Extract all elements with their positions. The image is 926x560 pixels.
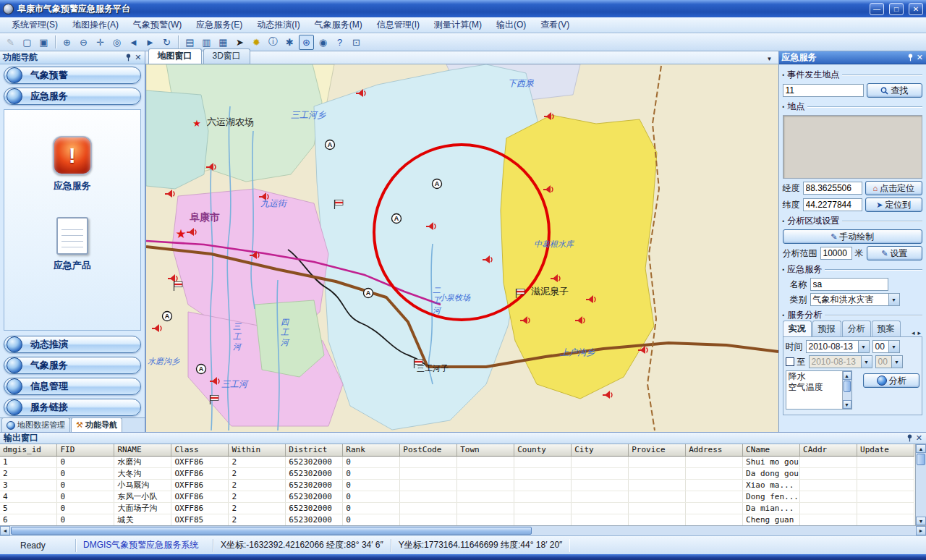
table-row[interactable]: 30小马厩沟OXFF8626523020000Xiao ma... [0,479,914,491]
emergency-service-item[interactable]: ! 应急服务 [53,136,92,192]
menu-item-2[interactable]: 地图操作(A) [65,17,126,33]
nav-weather-service[interactable]: 气象服务 [4,357,141,374]
scroll-left-icon[interactable]: ◄ [0,526,10,535]
pin-icon[interactable] [125,54,132,61]
tab-function-nav[interactable]: ⚒ 功能导航 [71,417,122,432]
network-globe-icon[interactable]: ⊛ [299,35,314,50]
tab-3d-window[interactable]: 3D窗口 [203,48,250,64]
help-icon[interactable]: ? [332,35,347,50]
service-name-input[interactable] [810,278,888,291]
column-header-class[interactable]: Class [171,444,229,456]
scrollbar-thumb[interactable] [11,527,532,535]
pin-icon[interactable] [907,54,914,61]
tab-scroll-left-icon[interactable]: ◂ [910,329,917,336]
table-row[interactable]: 60城关OXFF8526523020000Cheng guan [0,514,914,525]
search-input[interactable] [783,84,864,97]
scroll-up-icon[interactable]: ▲ [843,371,851,380]
scroll-right-icon[interactable]: ► [916,526,926,535]
scrollbar-thumb[interactable] [917,454,925,465]
close-icon[interactable]: ✕ [135,53,141,62]
set-range-button[interactable]: ✎ 设置 [867,246,923,260]
column-header-postcode[interactable]: PostCode [400,444,457,456]
scroll-down-icon[interactable]: ▼ [843,400,851,409]
analysis-range-input[interactable] [820,247,852,260]
print-map-icon[interactable]: ▦ [216,35,231,50]
analysis-element-list[interactable]: 降水空气温度 ▲ ▼ [786,370,852,410]
maximize-button[interactable]: □ [889,3,904,15]
zoom-in-icon[interactable]: ⊕ [59,35,75,50]
service-type-select[interactable]: 气象和洪水灾害 ▼ [810,293,900,306]
zoom-back-icon[interactable]: ◄ [126,35,141,50]
output-horizontal-scrollbar[interactable]: ◄ ► [0,525,926,535]
latitude-input[interactable] [803,198,862,211]
tab-scroll-right-icon[interactable]: ▸ [916,329,922,336]
nav-dynamic-deduction[interactable]: 动态推演 [4,336,141,353]
zoom-out-icon[interactable]: ⊖ [76,35,91,50]
column-header-city[interactable]: City [572,444,629,456]
visibility-eye-icon[interactable]: ◉ [315,35,331,50]
export-image-icon[interactable]: ⊡ [349,35,364,50]
zoom-forward-icon[interactable]: ► [143,35,158,50]
to-checkbox[interactable] [786,357,794,366]
menu-item-6[interactable]: 气象服务(M) [307,17,370,33]
column-header-address[interactable]: Address [686,444,743,456]
clear-selection-icon[interactable]: ▣ [36,35,51,50]
list-scrollbar[interactable]: ▲ ▼ [842,371,851,409]
column-header-district[interactable]: District [286,444,343,456]
tab-map-window[interactable]: 地图窗口 [148,48,202,64]
column-header-dmgis_id[interactable]: dmgis_id [0,444,57,456]
column-header-within[interactable]: Within [229,444,286,456]
table-row[interactable]: 10水磨沟OXFF8626523020000Shui mo gou [0,456,914,467]
tab-analysis[interactable]: 分析 [842,321,871,336]
tab-live[interactable]: 实况 [783,321,812,336]
time2-select[interactable]: 2010-08-13 ▼ [809,355,872,368]
close-icon[interactable]: ✕ [917,53,923,62]
table-row[interactable]: 40东风一小队OXFF8626523020000Dong fen... [0,491,914,502]
flash-locate-icon[interactable]: ✹ [249,35,264,50]
column-header-caddr[interactable]: CAddr [800,444,857,456]
menu-item-3[interactable]: 气象预警(W) [126,17,189,33]
emergency-product-item[interactable]: 应急产品 [54,217,91,272]
menu-item-4[interactable]: 应急服务(E) [189,17,250,33]
column-header-county[interactable]: County [514,444,572,456]
column-header-rname[interactable]: RNAME [114,444,171,456]
column-header-cname[interactable]: CName [743,444,800,456]
scroll-up-icon[interactable]: ▲ [916,444,926,453]
column-header-rank[interactable]: Rank [343,444,400,456]
tab-plan[interactable]: 预案 [872,321,901,336]
tab-forecast[interactable]: 预报 [812,321,841,336]
column-header-update[interactable]: Update [857,444,914,456]
nav-emergency-service[interactable]: 应急服务 [4,88,141,105]
menu-item-9[interactable]: 输出(O) [489,17,533,33]
pointer-select-icon[interactable]: ➤ [232,35,247,50]
pin-icon[interactable] [906,434,913,442]
menu-item-5[interactable]: 动态推演(I) [250,17,307,33]
map-tab-dropdown-icon[interactable]: ▼ [764,56,776,64]
column-header-fid[interactable]: FID [57,444,114,456]
menu-item-7[interactable]: 信息管理(I) [370,17,427,33]
map-canvas[interactable]: A [145,64,778,432]
scroll-down-icon[interactable]: ▼ [916,517,926,525]
column-header-town[interactable]: Town [457,444,514,456]
time-select[interactable]: 2010-08-13 ▼ [806,340,870,353]
close-icon[interactable]: ✕ [916,433,922,443]
output-vertical-scrollbar[interactable]: ▲ ▼ [915,444,926,525]
tab-map-data-management[interactable]: 地图数据管理 [1,417,70,432]
locate-to-button[interactable]: ➤ 定位到 [865,198,923,212]
scrollbar-thumb[interactable] [844,381,851,392]
nav-weather-warning[interactable]: 气象预警 [4,67,141,84]
longitude-input[interactable] [803,182,862,195]
close-button[interactable]: ✕ [909,3,923,15]
minimize-button[interactable]: — [870,3,884,15]
overview-map-icon[interactable]: ▤ [182,35,197,50]
layer-manager-icon[interactable]: ▥ [199,35,214,50]
click-locate-button[interactable]: ⌂ 点击定位 [865,181,923,195]
settings-gear-icon[interactable]: ✱ [282,35,297,50]
draw-pencil-icon[interactable]: ✎ [3,35,18,50]
refresh-map-icon[interactable]: ↻ [159,35,174,50]
menu-item-8[interactable]: 测量计算(M) [427,17,489,33]
pan-hand-icon[interactable]: ✛ [93,35,108,50]
column-header-provice[interactable]: Provice [629,444,686,456]
select-region-icon[interactable]: ▢ [20,35,35,50]
nav-service-links[interactable]: 服务链接 [4,399,141,416]
